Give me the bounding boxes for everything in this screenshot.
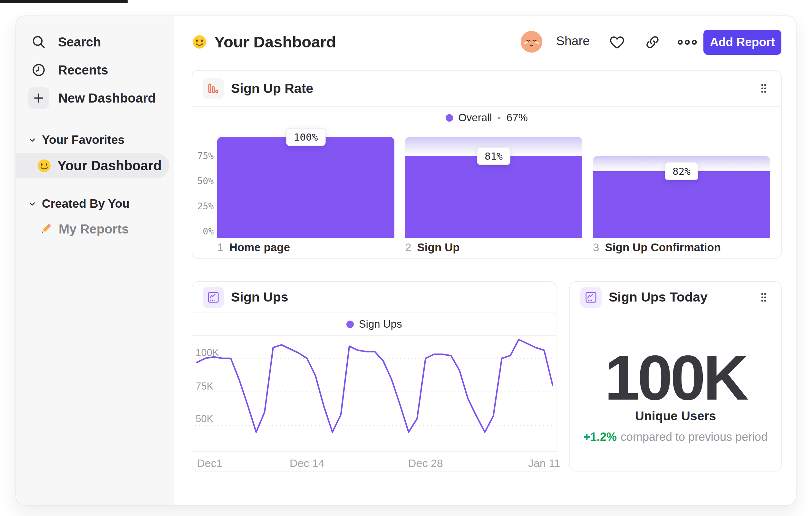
kpi-label: Unique Users	[570, 409, 781, 423]
step-number: 3	[593, 241, 599, 254]
sidebar-item-recents[interactable]: Recents	[16, 59, 174, 81]
sidebar-item-search[interactable]: Search	[16, 31, 174, 53]
step-label: 3 Sign Up Confirmation	[593, 241, 770, 254]
card-header: Sign Up Rate	[192, 71, 781, 106]
y-tick: 50%	[197, 176, 214, 186]
chevron-down-icon	[28, 199, 37, 208]
drag-handle-icon[interactable]	[758, 292, 770, 303]
funnel-y-axis: 75% 50% 25% 0%	[195, 137, 214, 238]
line-x-axis: Dec1Dec 14Dec 28Jan 11	[192, 451, 556, 471]
sidebar-item-label: Search	[58, 35, 101, 49]
smiley-emoji-icon	[37, 158, 52, 173]
card-title: Sign Ups Today	[609, 290, 707, 305]
sign-up-rate-card: Sign Up Rate Overall • 67% 75% 50% 25% 0…	[192, 70, 782, 259]
line-legend: Sign Ups	[192, 313, 556, 335]
funnel-bar-fill	[217, 137, 395, 238]
bar-chart-icon	[203, 78, 224, 99]
card-header: Sign Ups Today	[570, 282, 781, 313]
funnel-legend: Overall • 67%	[192, 107, 781, 129]
pencil-emoji-icon	[39, 222, 53, 236]
funnel-value-tooltip: 100%	[286, 128, 326, 146]
legend-dot	[346, 321, 354, 328]
app-window: Search Recents New Dashboard	[16, 16, 796, 506]
card-header: Sign Ups	[192, 282, 556, 313]
sidebar-item-label: Recents	[58, 63, 108, 77]
sign-ups-card: Sign Ups Sign Ups 100K 75K 50K Dec1Dec 1…	[192, 281, 556, 471]
sidebar-item-new-dashboard[interactable]: New Dashboard	[16, 87, 174, 109]
more-options-icon[interactable]	[677, 37, 697, 48]
funnel-bar-fill	[405, 156, 582, 238]
sidebar-section-created-by-you[interactable]: Created By You	[16, 196, 174, 212]
funnel-value-tooltip: 82%	[665, 162, 698, 180]
step-name: Sign Up	[417, 241, 460, 254]
user-avatar[interactable]	[521, 31, 542, 53]
kpi-delta-row: +1.2%compared to previous period	[570, 430, 781, 444]
sidebar-item-your-dashboard[interactable]: Your Dashboard	[16, 153, 169, 178]
funnel-bar-home-page[interactable]: 100%	[217, 137, 395, 238]
x-tick: Dec 28	[408, 457, 443, 469]
y-tick: 25%	[197, 201, 214, 211]
sidebar: Search Recents New Dashboard	[16, 16, 174, 505]
funnel-bar-sign-up-confirmation[interactable]: 82%	[593, 137, 770, 238]
line-chart-icon	[203, 287, 224, 308]
step-name: Sign Up Confirmation	[605, 241, 721, 254]
section-title: Your Favorites	[42, 133, 124, 147]
sidebar-section-your-favorites[interactable]: Your Favorites	[16, 132, 174, 148]
line-chart-icon	[580, 287, 602, 308]
step-number: 2	[405, 241, 411, 254]
clock-icon	[31, 62, 47, 78]
share-button[interactable]: Share	[556, 34, 590, 48]
drag-handle-icon[interactable]	[758, 83, 770, 94]
sidebar-item-label: My Reports	[59, 222, 129, 236]
divider	[192, 335, 556, 336]
add-report-button[interactable]: Add Report	[703, 30, 781, 55]
y-tick: 0%	[203, 227, 214, 236]
step-name: Home page	[229, 241, 290, 254]
card-title: Sign Ups	[231, 290, 288, 305]
card-title: Sign Up Rate	[231, 81, 313, 96]
funnel-bar-sign-up[interactable]: 81%	[405, 137, 582, 238]
favorite-heart-icon[interactable]	[609, 34, 625, 50]
page-title: Your Dashboard	[192, 32, 336, 52]
legend-label: Overall	[458, 112, 492, 124]
kpi-delta-note: compared to previous period	[620, 430, 767, 443]
sidebar-item-label: Your Dashboard	[57, 158, 162, 173]
line-plot	[195, 337, 555, 451]
step-label: 2 Sign Up	[405, 241, 582, 254]
step-number: 1	[217, 241, 223, 254]
sidebar-item-my-reports[interactable]: My Reports	[16, 217, 174, 241]
legend-separator: •	[497, 113, 501, 123]
funnel-value-tooltip: 81%	[477, 147, 511, 165]
y-tick: 75%	[197, 151, 214, 161]
copy-link-icon[interactable]	[644, 34, 661, 50]
legend-label: Sign Ups	[359, 318, 402, 330]
x-tick: Dec1	[197, 457, 222, 469]
sidebar-item-label: New Dashboard	[58, 91, 156, 105]
plus-icon	[28, 87, 49, 109]
section-title: Created By You	[42, 197, 129, 211]
sign-ups-today-card: Sign Ups Today 100K Unique Users +1.2%co…	[569, 281, 782, 471]
x-tick: Dec 14	[290, 457, 324, 469]
search-icon	[31, 34, 47, 50]
funnel-bar-fill	[593, 171, 770, 238]
dashboard-title: Your Dashboard	[214, 33, 336, 51]
screen-edge-artifact	[0, 0, 127, 3]
legend-value: 67%	[506, 112, 528, 124]
funnel-plot: 100% 81% 82%	[217, 137, 770, 238]
legend-dot	[446, 114, 453, 121]
x-tick: Jan 11	[528, 457, 560, 469]
kpi-value: 100K	[570, 343, 781, 412]
smiley-emoji-icon	[192, 34, 207, 50]
chevron-down-icon	[28, 135, 37, 144]
funnel-step-labels: 1 Home page 2 Sign Up 3 Sign Up Confirma…	[217, 241, 770, 254]
step-label: 1 Home page	[217, 241, 395, 254]
kpi-delta: +1.2%	[584, 430, 617, 443]
